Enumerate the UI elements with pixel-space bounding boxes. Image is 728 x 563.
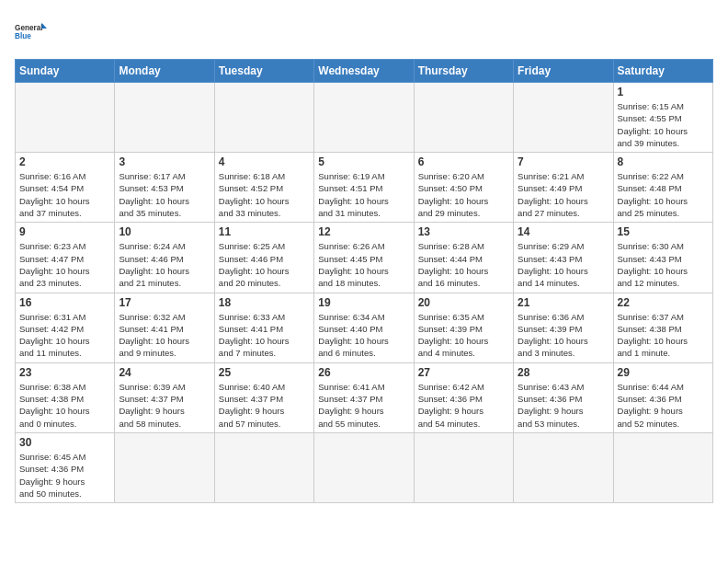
calendar-cell: 30Sunrise: 6:45 AM Sunset: 4:36 PM Dayli… [16,432,115,502]
day-info: Sunrise: 6:26 AM Sunset: 4:45 PM Dayligh… [318,240,409,289]
calendar-week-row: 30Sunrise: 6:45 AM Sunset: 4:36 PM Dayli… [16,432,713,502]
calendar-header-sunday: Sunday [16,60,115,83]
calendar-week-row: 2Sunrise: 6:16 AM Sunset: 4:54 PM Daylig… [16,153,713,223]
day-info: Sunrise: 6:15 AM Sunset: 4:55 PM Dayligh… [618,100,709,149]
day-number: 2 [19,155,110,168]
calendar-cell: 12Sunrise: 6:26 AM Sunset: 4:45 PM Dayli… [314,223,414,293]
calendar-header-row: SundayMondayTuesdayWednesdayThursdayFrid… [16,60,713,83]
day-info: Sunrise: 6:37 AM Sunset: 4:38 PM Dayligh… [618,311,709,360]
day-info: Sunrise: 6:38 AM Sunset: 4:38 PM Dayligh… [19,381,110,430]
calendar-header-thursday: Thursday [414,60,513,83]
day-number: 21 [518,296,609,309]
calendar-header-wednesday: Wednesday [314,60,414,83]
day-number: 22 [618,296,709,309]
day-number: 5 [318,155,409,168]
calendar-cell: 18Sunrise: 6:33 AM Sunset: 4:41 PM Dayli… [214,293,313,362]
day-info: Sunrise: 6:22 AM Sunset: 4:48 PM Dayligh… [618,170,709,219]
calendar-cell [314,432,414,502]
calendar-cell [514,432,613,502]
calendar-cell: 5Sunrise: 6:19 AM Sunset: 4:51 PM Daylig… [314,153,414,223]
day-info: Sunrise: 6:17 AM Sunset: 4:53 PM Dayligh… [119,170,210,219]
calendar-cell: 15Sunrise: 6:30 AM Sunset: 4:43 PM Dayli… [613,223,712,293]
day-number: 26 [318,366,409,379]
calendar-week-row: 9Sunrise: 6:23 AM Sunset: 4:47 PM Daylig… [16,223,713,293]
day-info: Sunrise: 6:20 AM Sunset: 4:50 PM Dayligh… [418,170,509,219]
calendar-cell: 28Sunrise: 6:43 AM Sunset: 4:36 PM Dayli… [514,362,613,432]
day-info: Sunrise: 6:44 AM Sunset: 4:36 PM Dayligh… [618,381,709,430]
day-info: Sunrise: 6:39 AM Sunset: 4:37 PM Dayligh… [119,381,210,430]
day-number: 30 [19,436,110,449]
calendar-cell: 16Sunrise: 6:31 AM Sunset: 4:42 PM Dayli… [16,293,115,362]
day-number: 25 [219,366,310,379]
calendar-cell [115,432,214,502]
day-number: 15 [618,225,709,238]
day-info: Sunrise: 6:25 AM Sunset: 4:46 PM Dayligh… [219,240,310,289]
svg-text:General: General [15,24,43,32]
calendar-cell: 6Sunrise: 6:20 AM Sunset: 4:50 PM Daylig… [414,153,513,223]
day-info: Sunrise: 6:33 AM Sunset: 4:41 PM Dayligh… [219,311,310,360]
day-info: Sunrise: 6:40 AM Sunset: 4:37 PM Dayligh… [219,381,310,430]
calendar-table: SundayMondayTuesdayWednesdayThursdayFrid… [15,59,713,503]
day-number: 13 [418,225,509,238]
day-info: Sunrise: 6:23 AM Sunset: 4:47 PM Dayligh… [19,240,110,289]
day-number: 7 [518,155,609,168]
calendar-cell: 22Sunrise: 6:37 AM Sunset: 4:38 PM Dayli… [613,293,712,362]
calendar-week-row: 16Sunrise: 6:31 AM Sunset: 4:42 PM Dayli… [16,293,713,362]
calendar-cell: 9Sunrise: 6:23 AM Sunset: 4:47 PM Daylig… [16,223,115,293]
day-info: Sunrise: 6:35 AM Sunset: 4:39 PM Dayligh… [418,311,509,360]
day-info: Sunrise: 6:36 AM Sunset: 4:39 PM Dayligh… [518,311,609,360]
day-number: 11 [219,225,310,238]
calendar-cell: 11Sunrise: 6:25 AM Sunset: 4:46 PM Dayli… [214,223,313,293]
day-info: Sunrise: 6:24 AM Sunset: 4:46 PM Dayligh… [119,240,210,289]
calendar-cell [115,83,214,153]
calendar-cell: 26Sunrise: 6:41 AM Sunset: 4:37 PM Dayli… [314,362,414,432]
calendar-cell: 23Sunrise: 6:38 AM Sunset: 4:38 PM Dayli… [16,362,115,432]
day-info: Sunrise: 6:42 AM Sunset: 4:36 PM Dayligh… [418,381,509,430]
calendar-header-saturday: Saturday [613,60,712,83]
day-number: 3 [119,155,210,168]
calendar-cell [214,432,313,502]
logo-icon: GeneralBlue [15,15,48,48]
day-number: 14 [518,225,609,238]
day-info: Sunrise: 6:34 AM Sunset: 4:40 PM Dayligh… [318,311,409,360]
calendar-cell: 7Sunrise: 6:21 AM Sunset: 4:49 PM Daylig… [514,153,613,223]
day-info: Sunrise: 6:31 AM Sunset: 4:42 PM Dayligh… [19,311,110,360]
calendar-cell [414,432,513,502]
calendar-week-row: 1Sunrise: 6:15 AM Sunset: 4:55 PM Daylig… [16,83,713,153]
day-info: Sunrise: 6:32 AM Sunset: 4:41 PM Dayligh… [119,311,210,360]
calendar-cell: 10Sunrise: 6:24 AM Sunset: 4:46 PM Dayli… [115,223,214,293]
calendar-cell [414,83,513,153]
svg-text:Blue: Blue [15,32,31,40]
calendar-header-monday: Monday [115,60,214,83]
day-number: 17 [119,296,210,309]
day-info: Sunrise: 6:19 AM Sunset: 4:51 PM Dayligh… [318,170,409,219]
day-info: Sunrise: 6:43 AM Sunset: 4:36 PM Dayligh… [518,381,609,430]
calendar-cell: 14Sunrise: 6:29 AM Sunset: 4:43 PM Dayli… [514,223,613,293]
day-number: 4 [219,155,310,168]
day-info: Sunrise: 6:18 AM Sunset: 4:52 PM Dayligh… [219,170,310,219]
day-number: 8 [618,155,709,168]
day-number: 16 [19,296,110,309]
calendar-cell [314,83,414,153]
day-number: 23 [19,366,110,379]
calendar-cell: 17Sunrise: 6:32 AM Sunset: 4:41 PM Dayli… [115,293,214,362]
day-info: Sunrise: 6:45 AM Sunset: 4:36 PM Dayligh… [19,451,110,500]
day-number: 10 [119,225,210,238]
calendar-cell: 29Sunrise: 6:44 AM Sunset: 4:36 PM Dayli… [613,362,712,432]
day-number: 6 [418,155,509,168]
day-info: Sunrise: 6:30 AM Sunset: 4:43 PM Dayligh… [618,240,709,289]
day-number: 24 [119,366,210,379]
day-number: 19 [318,296,409,309]
day-info: Sunrise: 6:41 AM Sunset: 4:37 PM Dayligh… [318,381,409,430]
day-number: 9 [19,225,110,238]
day-number: 27 [418,366,509,379]
day-number: 18 [219,296,310,309]
day-info: Sunrise: 6:21 AM Sunset: 4:49 PM Dayligh… [518,170,609,219]
calendar-cell: 8Sunrise: 6:22 AM Sunset: 4:48 PM Daylig… [613,153,712,223]
calendar-cell: 25Sunrise: 6:40 AM Sunset: 4:37 PM Dayli… [214,362,313,432]
calendar-cell [613,432,712,502]
day-info: Sunrise: 6:28 AM Sunset: 4:44 PM Dayligh… [418,240,509,289]
calendar-cell: 1Sunrise: 6:15 AM Sunset: 4:55 PM Daylig… [613,83,712,153]
calendar-cell: 2Sunrise: 6:16 AM Sunset: 4:54 PM Daylig… [16,153,115,223]
calendar-cell: 24Sunrise: 6:39 AM Sunset: 4:37 PM Dayli… [115,362,214,432]
